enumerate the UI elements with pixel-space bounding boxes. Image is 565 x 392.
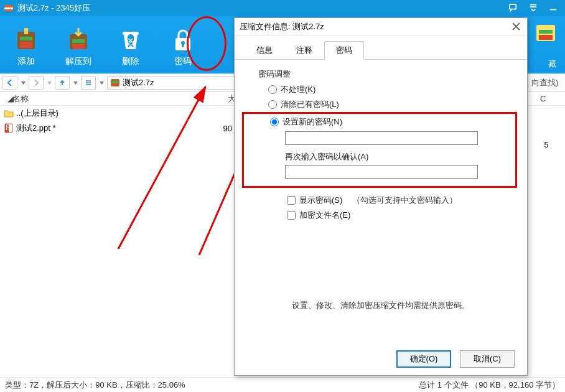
nav-up-dropdown[interactable]: [72, 82, 78, 85]
col-name[interactable]: 名称: [12, 93, 212, 105]
delete-button[interactable]: 删除: [105, 22, 157, 67]
tab-info[interactable]: 信息: [245, 41, 284, 60]
nav-fwd-button[interactable]: [29, 76, 44, 90]
password-confirm-input[interactable]: [285, 165, 478, 179]
set-password-block: 设置新的密码(N) 再次输入密码以确认(A): [242, 112, 517, 188]
cancel-button[interactable]: 取消(C): [460, 350, 515, 368]
row-ch-fragment: 5: [528, 140, 565, 149]
password-group: 密码调整 不处理(K) 清除已有密码(L) 设置新的密码(N) 再次输入密码以确…: [250, 68, 512, 229]
path-text: 测试2.7z: [123, 77, 154, 88]
close-icon: [512, 22, 520, 30]
add-icon: [12, 27, 40, 52]
dialog-tabs: 信息 注释 密码: [235, 35, 527, 60]
menu-icon[interactable]: [529, 3, 538, 14]
svg-rect-6: [24, 28, 28, 34]
checkbox-show-password[interactable]: 显示密码(S) （勾选可支持中文密码输入）: [250, 193, 512, 208]
radio-clear-pwd[interactable]: 清除已有密码(L): [250, 97, 512, 112]
dialog-titlebar: 压缩文件信息: 测试2.7z: [235, 18, 527, 35]
add-button[interactable]: 添加: [0, 22, 52, 67]
svg-rect-16: [112, 82, 118, 83]
archive-info-dialog: 压缩文件信息: 测试2.7z 信息 注释 密码 密码调整 不处理(K) 清除已有…: [234, 17, 528, 376]
view-mode-dropdown[interactable]: [98, 82, 105, 85]
password-button[interactable]: 密码: [157, 22, 209, 67]
nav-back-dropdown[interactable]: [20, 82, 26, 85]
svg-rect-9: [72, 44, 85, 49]
tab-comment[interactable]: 注释: [284, 41, 324, 60]
search-box-fragment[interactable]: 向查找): [528, 73, 565, 92]
view-mode-button[interactable]: [81, 76, 96, 90]
checkbox-encrypt-names[interactable]: 加密文件名(E): [250, 208, 512, 223]
svg-rect-1: [4, 7, 13, 9]
svg-rect-5: [20, 42, 32, 48]
svg-text:P: P: [6, 123, 11, 132]
nav-fwd-dropdown[interactable]: [46, 82, 52, 85]
app-icon: [4, 3, 14, 13]
dialog-title: 压缩文件信息: 测试2.7z: [240, 21, 324, 32]
svg-rect-22: [539, 30, 553, 34]
password-hint: 设置、修改、清除加密压缩文件均需提供原密码。: [250, 300, 512, 311]
nav-up-button[interactable]: [55, 76, 70, 90]
ppt-file-icon: P: [4, 123, 14, 133]
toolbar-overflow: 藏: [528, 16, 565, 73]
svg-rect-23: [539, 35, 553, 40]
svg-rect-2: [510, 4, 516, 9]
group-legend: 密码调整: [250, 68, 512, 82]
extract-button[interactable]: 解压到: [52, 22, 105, 67]
feedback-icon[interactable]: [509, 3, 518, 14]
svg-rect-4: [20, 37, 32, 40]
radio-no-action[interactable]: 不处理(K): [250, 82, 512, 97]
svg-rect-8: [72, 39, 85, 43]
trash-icon: [117, 27, 144, 52]
status-bar: 类型：7Z，解压后大小：90 KB，压缩比：25.06% 总计 1 个文件 （9…: [0, 377, 565, 392]
archive-icon: [110, 78, 120, 88]
tab-password[interactable]: 密码: [324, 41, 364, 60]
folder-up-icon: [4, 108, 14, 118]
radio-set-pwd[interactable]: 设置新的密码(N): [270, 116, 503, 131]
close-button[interactable]: [510, 21, 522, 33]
extract-icon: [65, 27, 92, 52]
svg-rect-14: [182, 44, 184, 47]
ok-button[interactable]: 确定(O): [396, 350, 451, 368]
password-input[interactable]: [285, 131, 478, 145]
title-bar: 测试2.7z - 2345好压: [0, 0, 565, 16]
window-title: 测试2.7z - 2345好压: [17, 2, 90, 14]
lock-icon: [169, 27, 197, 52]
status-left: 类型：7Z，解压后大小：90 KB，压缩比：25.06%: [5, 380, 185, 391]
confirm-label: 再次输入密码以确认(A): [285, 151, 503, 162]
svg-rect-17: [112, 84, 118, 86]
nav-back-button[interactable]: [2, 76, 17, 90]
status-right: 总计 1 个文件 （90 KB，92,160 字节）: [419, 380, 560, 391]
minimize-icon[interactable]: [549, 3, 558, 14]
col-ch-fragment[interactable]: C: [528, 92, 565, 106]
